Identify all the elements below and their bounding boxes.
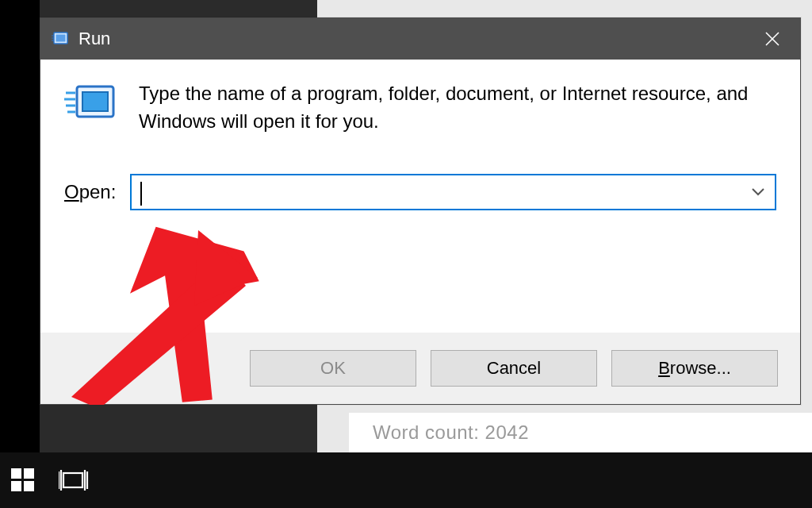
browse-rest: rowse... xyxy=(670,358,731,378)
cancel-button-label: Cancel xyxy=(487,358,541,379)
dialog-content: Type the name of a program, folder, docu… xyxy=(40,60,800,210)
text-cursor xyxy=(140,182,142,206)
ok-button: OK xyxy=(250,350,416,387)
word-count-text: Word count: 2042 xyxy=(373,421,529,444)
titlebar-title: Run xyxy=(79,29,110,49)
cancel-button[interactable]: Cancel xyxy=(431,350,597,387)
start-button[interactable] xyxy=(10,467,36,494)
instruction-text: Type the name of a program, folder, docu… xyxy=(139,80,776,136)
windows-logo-icon xyxy=(10,467,36,494)
titlebar-left: Run xyxy=(52,29,110,49)
svg-rect-11 xyxy=(63,473,82,487)
svg-rect-3 xyxy=(82,92,108,111)
open-input[interactable] xyxy=(132,175,775,209)
task-view-button[interactable] xyxy=(59,467,90,494)
ok-button-label: OK xyxy=(320,358,346,379)
open-label: Open: xyxy=(64,181,116,203)
taskbar[interactable] xyxy=(0,452,812,508)
browse-button-label: Browse... xyxy=(658,358,731,379)
button-row: OK Cancel Browse... xyxy=(40,333,800,404)
svg-rect-1 xyxy=(56,35,66,42)
chevron-down-icon[interactable] xyxy=(751,185,765,199)
svg-rect-10 xyxy=(24,481,34,491)
svg-rect-9 xyxy=(11,481,21,491)
svg-rect-8 xyxy=(24,468,34,479)
open-label-accel: O xyxy=(64,181,79,202)
close-button[interactable] xyxy=(745,18,800,60)
run-icon xyxy=(52,30,69,48)
browse-accel: B xyxy=(658,358,670,378)
close-icon xyxy=(764,30,781,48)
svg-rect-7 xyxy=(11,468,21,479)
open-label-rest: pen: xyxy=(79,181,117,202)
open-row: Open: xyxy=(64,174,776,210)
task-view-icon xyxy=(59,467,90,494)
browse-button[interactable]: Browse... xyxy=(611,350,778,387)
open-combobox[interactable] xyxy=(130,174,776,210)
run-large-icon xyxy=(64,80,121,128)
background-status-text: Word count: 2042 xyxy=(349,413,812,452)
instruction-row: Type the name of a program, folder, docu… xyxy=(64,80,776,136)
titlebar[interactable]: Run xyxy=(40,18,800,60)
desktop-left-strip xyxy=(0,0,40,452)
run-dialog: Run Type the name of a program, folder, … xyxy=(40,17,801,405)
